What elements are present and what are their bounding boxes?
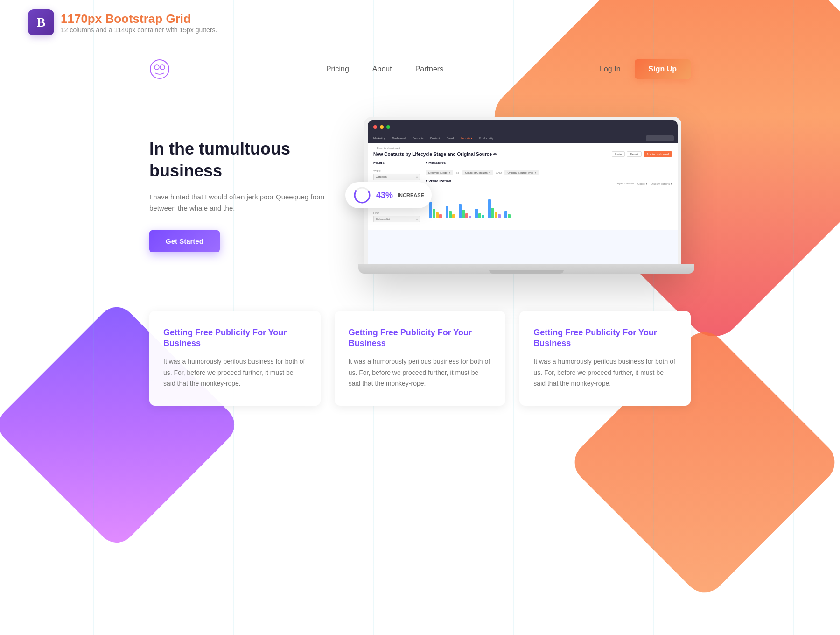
bar — [429, 202, 432, 218]
lifecycle-chip[interactable]: Lifecycle Stage▾ — [426, 170, 453, 175]
chart-area — [426, 190, 672, 218]
viz-display[interactable]: Display options ▾ — [651, 182, 672, 185]
dot-red — [373, 125, 377, 129]
nav-links: Pricing About Partners — [326, 65, 443, 73]
bar-group-1 — [429, 202, 442, 218]
bar — [475, 209, 478, 218]
progress-badge: 43% INCREASE — [345, 182, 432, 208]
bootstrap-text: 1170px Bootstrap Grid 12 columns and a 1… — [61, 12, 217, 34]
card-1-text: It was a humorously perilous business fo… — [163, 356, 307, 389]
dash-invite-btn[interactable]: Invite — [612, 151, 625, 157]
bootstrap-title: 1170px Bootstrap Grid — [61, 12, 217, 26]
bar-group-2 — [446, 206, 455, 218]
card-2-text: It was a humorously perilous business fo… — [349, 356, 492, 389]
nav-actions: Log In Sign Up — [600, 59, 691, 79]
bar — [498, 214, 501, 218]
dashboard-main: ▾ Measures Lifecycle Stage▾ BY Count of … — [426, 161, 672, 226]
by-label: BY — [456, 171, 460, 174]
bootstrap-icon: B — [28, 9, 54, 35]
nav-logo[interactable] — [149, 59, 170, 79]
dash-nav-content: Content — [428, 136, 441, 141]
filter-list: LIST: Select a list ▾ — [373, 212, 420, 222]
source-chip[interactable]: Original Source Type▾ — [504, 170, 539, 175]
nav-link-about[interactable]: About — [372, 65, 392, 73]
filter-list-select[interactable]: Select a list ▾ — [373, 216, 420, 222]
dashboard-title: New Contacts by Lifecycle Stage and Orig… — [373, 152, 497, 157]
dashboard-actions: Invite Export Add to dashboard — [612, 151, 672, 157]
progress-label: INCREASE — [398, 192, 424, 198]
bar — [465, 213, 468, 218]
bar-group-5 — [488, 199, 501, 218]
bar — [449, 211, 452, 218]
filter-type-select[interactable]: Contacts ▾ — [373, 174, 420, 180]
card-3-text: It was a humorously perilous business fo… — [533, 356, 677, 389]
svg-point-1 — [154, 65, 159, 70]
bar — [508, 214, 511, 218]
bar — [478, 213, 481, 218]
nav-link-partners[interactable]: Partners — [415, 65, 443, 73]
signup-button[interactable]: Sign Up — [635, 59, 691, 79]
dashboard-nav: Marketing Dashboard Contacts Content Boa… — [368, 134, 678, 143]
filters-title: Filters — [373, 161, 420, 167]
bar-group-4 — [475, 209, 484, 218]
card-1-title: Getting Free Publicity For Your Business — [163, 327, 307, 349]
dash-export-btn[interactable]: Export — [627, 151, 641, 157]
nav-link-pricing[interactable]: Pricing — [326, 65, 349, 73]
count-chip[interactable]: Count of Contacts▾ — [462, 170, 493, 175]
dash-add-btn[interactable]: Add to dashboard — [644, 151, 672, 157]
bar-group-6 — [504, 211, 511, 218]
login-button[interactable]: Log In — [600, 65, 620, 73]
bar — [491, 208, 494, 218]
progress-percent: 43% — [376, 190, 393, 200]
viz-title: ▾ Visualization — [426, 179, 451, 185]
svg-point-2 — [160, 65, 165, 70]
dash-nav-contacts: Contacts — [411, 136, 426, 141]
bar — [446, 206, 448, 218]
card-3-title: Getting Free Publicity For Your Business — [533, 327, 677, 349]
hero-text: In the tumultuous business I have hinted… — [149, 138, 327, 252]
bar — [433, 209, 435, 218]
bar — [482, 215, 484, 218]
get-started-button[interactable]: Get Started — [149, 230, 220, 252]
feature-card-1: Getting Free Publicity For Your Business… — [149, 311, 321, 406]
dashboard-breadcrumb: ← Back to dashboard — [373, 147, 672, 149]
card-2-title: Getting Free Publicity For Your Business — [349, 327, 492, 349]
measures-title: ▾ Measures — [426, 161, 672, 167]
bar — [462, 210, 465, 218]
dash-nav-dashboard: Dashboard — [390, 136, 407, 141]
bar — [488, 199, 491, 218]
filter-type-label: TYPE: — [373, 170, 420, 173]
dashboard: Marketing Dashboard Contacts Content Boa… — [368, 134, 678, 230]
dash-nav-productivity: Productivity — [477, 136, 495, 141]
main-content: Pricing About Partners Log In Sign Up In… — [0, 49, 840, 434]
bar — [469, 216, 471, 218]
bootstrap-badge: B 1170px Bootstrap Grid 12 columns and a… — [28, 9, 217, 35]
laptop-wrapper: 43% INCREASE Marketing D — [364, 117, 691, 274]
bar — [495, 212, 497, 218]
dot-green — [386, 125, 390, 129]
dashboard-measures: Lifecycle Stage▾ BY Count of Contacts▾ A… — [426, 170, 672, 175]
filter-list-label: LIST: — [373, 212, 420, 215]
feature-card-2: Getting Free Publicity For Your Business… — [335, 311, 506, 406]
laptop-base — [358, 264, 694, 274]
svg-point-0 — [150, 60, 169, 78]
feature-card-3: Getting Free Publicity For Your Business… — [519, 311, 691, 406]
and-label: AND — [496, 171, 502, 174]
bar-group-3 — [459, 204, 471, 218]
laptop-top-bar — [368, 120, 678, 134]
bar — [439, 214, 442, 218]
dashboard-visualization: ▾ Visualization Style: Column Color: ▾ D… — [426, 179, 672, 218]
hero-section: In the tumultuous business I have hinted… — [0, 89, 840, 302]
bar — [436, 212, 439, 218]
dash-nav-marketing: Marketing — [371, 136, 387, 141]
bar — [504, 211, 507, 218]
navigation: Pricing About Partners Log In Sign Up — [0, 49, 840, 89]
dot-yellow — [380, 125, 384, 129]
filter-type: TYPE: Contacts ▾ — [373, 170, 420, 180]
bootstrap-subtitle: 12 columns and a 1140px container with 1… — [61, 26, 217, 34]
viz-style[interactable]: Style: Column — [616, 182, 634, 185]
bar — [459, 204, 462, 218]
viz-color[interactable]: Color: ▾ — [637, 182, 647, 185]
dash-nav-reports: Reports ▾ — [458, 135, 474, 141]
hero-body: I have hinted that I would often jerk po… — [149, 191, 327, 214]
